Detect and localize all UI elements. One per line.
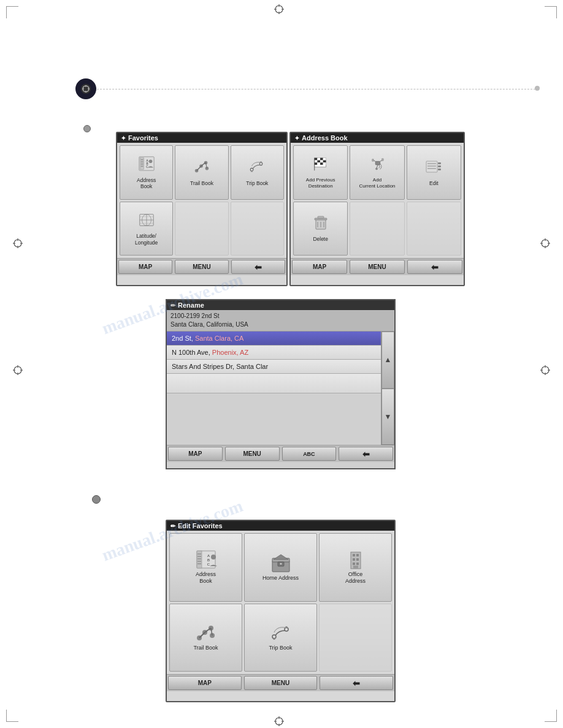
svg-rect-68: [314, 162, 317, 165]
favorites-back-btn[interactable]: ⬅: [231, 260, 285, 274]
svg-point-103: [211, 555, 216, 559]
svg-rect-61: [317, 158, 320, 161]
address-book-back-btn[interactable]: ⬅: [407, 260, 462, 274]
section1-icon: [75, 78, 96, 99]
svg-text:C: C: [207, 563, 210, 566]
favorites-title-icon: ✦: [121, 135, 126, 142]
svg-rect-115: [356, 563, 359, 565]
rename-address-bar: 2100-2199 2nd St Santa Clara, California…: [167, 310, 394, 332]
svg-rect-67: [323, 160, 326, 162]
add-current-location-btn[interactable]: AddCurrent Location: [350, 145, 404, 200]
svg-point-51: [251, 169, 254, 172]
rename-menu-btn[interactable]: MENU: [225, 447, 280, 461]
section2-small-bullet: [83, 125, 91, 132]
favorites-trail-book-label: Trail Book: [190, 180, 213, 186]
address-book-empty-btn-1[interactable]: [350, 202, 404, 256]
rename-list-item-4[interactable]: [167, 374, 381, 393]
svg-rect-86: [438, 169, 441, 170]
address-book-empty-btn-2[interactable]: [407, 202, 461, 256]
svg-rect-92: [318, 216, 324, 218]
favorites-trip-book-btn[interactable]: Trip Book: [231, 145, 284, 200]
rename-scroll-bar: ▲ ▼: [381, 332, 394, 445]
add-prev-destination-label: Add PreviousDestination: [306, 177, 335, 189]
address-book-menu-btn[interactable]: MENU: [350, 260, 405, 274]
svg-rect-64: [314, 160, 317, 162]
right-crosshair-2: [540, 365, 551, 378]
rename-address-line1: 2100-2199 2nd St: [170, 312, 391, 320]
address-book-title-bar: ✦ Address Book: [291, 133, 464, 143]
favorites-empty-btn-1[interactable]: [175, 202, 228, 256]
edit-favorites-menu-btn[interactable]: MENU: [244, 676, 318, 690]
ef-trail-book-icon: [195, 623, 217, 645]
corner-tr: [545, 6, 557, 18]
rename-back-btn[interactable]: ⬅: [339, 447, 393, 461]
ef-office-address-label: OfficeAddress: [345, 571, 366, 585]
section2-bullet: [92, 495, 101, 504]
favorites-address-book-btn[interactable]: A B C AddressBook: [120, 145, 173, 200]
favorites-bottom-bar: MAP MENU ⬅: [117, 258, 286, 275]
trip-book-icon: [248, 158, 266, 179]
svg-rect-114: [353, 563, 355, 565]
rename-map-btn[interactable]: MAP: [168, 447, 223, 461]
rename-scroll-up-btn[interactable]: ▲: [381, 332, 394, 389]
svg-point-46: [148, 160, 152, 164]
favorites-empty-btn-2[interactable]: [231, 202, 284, 256]
ef-trail-book-btn[interactable]: Trail Book: [169, 604, 242, 672]
favorites-lat-lon-btn[interactable]: Latitude/Longitude: [120, 202, 173, 256]
trail-book-icon: [193, 158, 210, 179]
ef-trip-book-btn[interactable]: Trip Book: [244, 604, 317, 672]
svg-text:A: A: [207, 554, 209, 558]
ef-home-address-btn[interactable]: Home Address: [244, 533, 317, 602]
svg-rect-113: [356, 558, 359, 561]
rename-list-area: 2nd St, Santa Clara, CA N 100th Ave, Pho…: [167, 332, 394, 445]
rename-title-text: Rename: [178, 301, 204, 309]
svg-rect-116: [353, 566, 358, 569]
address-book-icon: A B C: [138, 155, 155, 176]
ef-trip-book-icon: [270, 623, 292, 645]
favorites-trail-book-btn[interactable]: Trail Book: [175, 145, 228, 200]
left-crosshair-1: [12, 238, 23, 251]
ef-empty-btn[interactable]: [319, 604, 392, 672]
svg-rect-111: [356, 554, 359, 556]
svg-rect-70: [320, 162, 323, 165]
add-current-location-label: AddCurrent Location: [359, 177, 395, 189]
ef-home-address-label: Home Address: [262, 575, 299, 582]
delete-btn[interactable]: Delete: [293, 202, 348, 256]
rename-address-line2: Santa Clara, California, USA: [170, 320, 391, 329]
favorites-title-text: Favorites: [128, 134, 158, 142]
edit-favorites-back-btn[interactable]: ⬅: [320, 676, 393, 690]
ef-address-book-btn[interactable]: A B C AddressBook: [169, 533, 242, 602]
top-crosshair: [274, 4, 285, 17]
left-crosshair-2: [12, 365, 23, 378]
svg-rect-60: [314, 158, 317, 161]
edit-favorites-title-text: Edit Favorites: [178, 522, 223, 529]
rename-list: 2nd St, Santa Clara, CA N 100th Ave, Pho…: [167, 332, 381, 445]
rename-list-item-1[interactable]: 2nd St, Santa Clara, CA: [167, 332, 381, 346]
svg-point-107: [280, 563, 282, 564]
ef-trail-book-label: Trail Book: [193, 645, 218, 651]
rename-list-item-2[interactable]: N 100th Ave, Phoenix, AZ: [167, 346, 381, 360]
rename-title-bar: ✏ Rename: [167, 300, 394, 310]
rename-abc-btn[interactable]: ABC: [282, 447, 337, 461]
favorites-address-book-label: AddressBook: [137, 177, 156, 189]
svg-point-79: [375, 167, 378, 170]
edit-favorites-title-bar: ✏ Edit Favorites: [167, 521, 394, 531]
svg-rect-71: [323, 162, 326, 165]
svg-rect-84: [438, 162, 441, 164]
rename-scroll-down-btn[interactable]: ▼: [381, 389, 394, 446]
address-book-edit-btn[interactable]: Edit: [407, 145, 461, 200]
ef-office-address-btn[interactable]: OfficeAddress: [319, 533, 392, 602]
address-book-map-btn[interactable]: MAP: [292, 260, 347, 274]
svg-rect-80: [426, 161, 437, 172]
favorites-menu-btn[interactable]: MENU: [175, 260, 229, 274]
address-book-title-icon: ✦: [294, 135, 299, 142]
edit-favorites-map-btn[interactable]: MAP: [168, 676, 242, 690]
bottom-crosshair: [274, 716, 285, 728]
rename-list-item-3[interactable]: Stars And Stripes Dr, Santa Clar: [167, 360, 381, 374]
favorites-map-btn[interactable]: MAP: [118, 260, 172, 274]
add-prev-destination-btn[interactable]: Add PreviousDestination: [293, 145, 348, 200]
svg-rect-78: [381, 159, 383, 161]
svg-rect-63: [323, 158, 326, 161]
ef-office-address-icon: [345, 550, 367, 572]
ef-address-book-label: AddressBook: [196, 571, 216, 585]
